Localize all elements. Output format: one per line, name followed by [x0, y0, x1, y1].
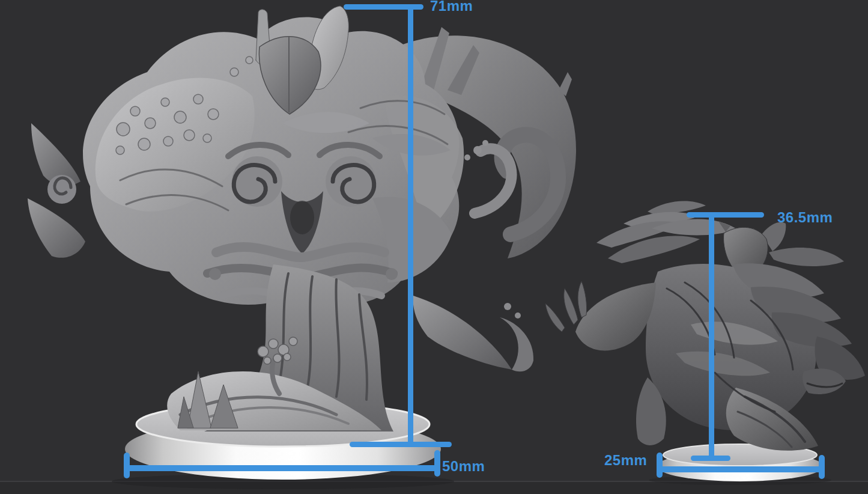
- large-miniature: [28, 6, 576, 489]
- small-miniature: [545, 201, 865, 485]
- large-width-ruler-line: [127, 465, 439, 471]
- small-width-ruler-left-cap: [657, 453, 663, 478]
- small-width-ruler-right-cap: [819, 455, 825, 479]
- large-width-ruler-left-cap: [124, 453, 130, 478]
- small-height-ruler-bottom-tick: [691, 456, 730, 461]
- small-height-ruler-line: [709, 212, 714, 460]
- large-width-label: 50mm: [442, 458, 485, 475]
- large-height-ruler-bottom-tick: [350, 442, 452, 447]
- large-height-ruler-line: [408, 4, 413, 447]
- large-width-ruler-right-cap: [434, 450, 440, 477]
- small-height-label: 36.5mm: [777, 209, 833, 226]
- small-width-ruler-line: [658, 466, 825, 472]
- small-miniature-sculpt: [545, 201, 865, 451]
- scene-render: [0, 0, 868, 494]
- small-height-ruler-top-tick: [687, 212, 764, 218]
- large-height-label: 71mm: [430, 0, 473, 14]
- render-viewport: 71mm 50mm 36.5mm 25mm: [0, 0, 868, 494]
- small-width-label: 25mm: [604, 452, 647, 469]
- large-miniature-sculpt: [28, 6, 576, 431]
